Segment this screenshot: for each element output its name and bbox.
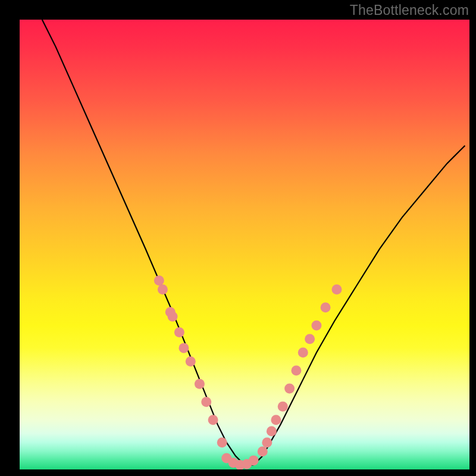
data-point (298, 347, 308, 358)
data-point (262, 437, 272, 447)
data-point (291, 365, 301, 375)
data-point (186, 356, 196, 367)
data-point (154, 275, 164, 286)
dots-left-branch (154, 275, 227, 447)
data-point (278, 402, 288, 412)
chart-svg (20, 20, 469, 469)
data-point (311, 321, 321, 331)
watermark-text: TheBottleneck.com (350, 2, 469, 18)
dots-valley (221, 453, 258, 469)
dots-right-branch (258, 284, 342, 456)
data-point (158, 284, 168, 295)
plot-area (20, 20, 469, 469)
data-point (271, 415, 281, 425)
data-point (217, 437, 227, 447)
data-point (305, 334, 315, 344)
data-point (321, 302, 331, 312)
data-point (168, 311, 178, 321)
data-point (201, 397, 211, 407)
data-point (331, 284, 342, 295)
outer-frame: TheBottleneck.com (0, 0, 476, 476)
data-point (195, 379, 205, 389)
data-point (178, 343, 189, 353)
data-point (174, 327, 184, 337)
bottleneck-curve (42, 20, 465, 465)
data-point (249, 455, 259, 465)
data-point (267, 426, 277, 436)
data-point (208, 415, 218, 425)
data-point (284, 383, 295, 393)
data-point (258, 446, 268, 456)
